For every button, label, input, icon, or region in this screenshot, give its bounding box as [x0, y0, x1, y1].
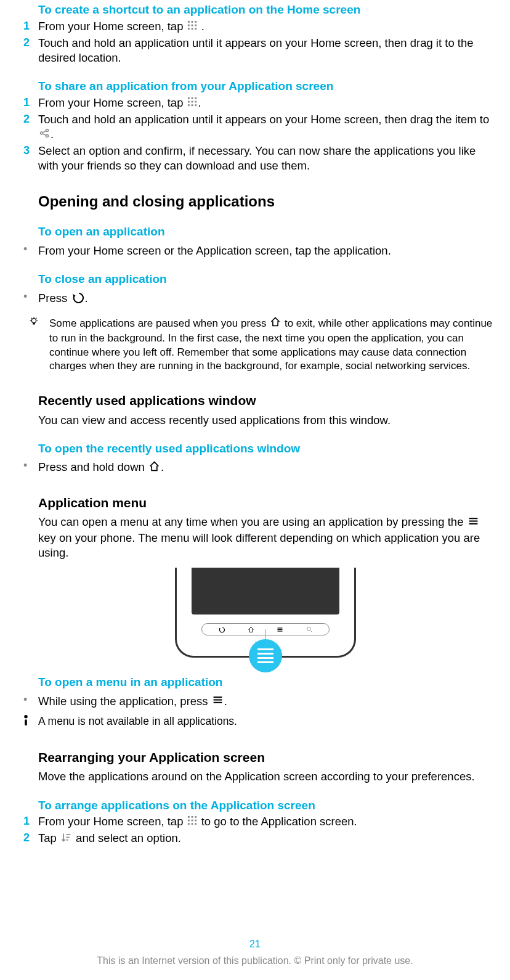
- heading-open-app: To open an application: [38, 224, 493, 240]
- back-icon: [71, 291, 84, 308]
- page-footer: 21 This is an Internet version of this p…: [0, 938, 510, 968]
- sort-icon: [60, 831, 72, 847]
- text: and select an option.: [76, 831, 181, 844]
- step-number: 2: [23, 112, 38, 142]
- text: From your Home screen, tap: [38, 815, 187, 828]
- text: .: [201, 20, 204, 33]
- step: 3 Select an option and confirm, if neces…: [38, 144, 493, 173]
- step: 2 Touch and hold an application until it…: [38, 36, 493, 65]
- step-number: 3: [23, 144, 38, 173]
- home-icon: [270, 316, 281, 332]
- text: Press and hold down: [38, 460, 148, 473]
- note: A menu is not available in all applicati…: [38, 714, 493, 730]
- text: From your Home screen, tap: [38, 96, 187, 109]
- heading-app-menu: Application menu: [38, 494, 493, 511]
- step-text: From your Home screen, tap to go to the …: [38, 814, 493, 830]
- bullet: • From your Home screen or the Applicati…: [38, 243, 493, 258]
- menu-icon: [277, 626, 283, 633]
- heading-close-app: To close an application: [38, 272, 493, 287]
- bullet-text: Press .: [38, 291, 88, 308]
- bullet-text: While using the application, press .: [38, 694, 227, 710]
- paragraph: You can view and access recently used ap…: [38, 413, 493, 428]
- bullet-dot-icon: •: [23, 694, 38, 710]
- step-number: 2: [23, 831, 38, 847]
- heading-open-recent: To open the recently used applications w…: [38, 441, 493, 457]
- text: .: [224, 695, 227, 708]
- bullet-text: From your Home screen or the Application…: [38, 243, 391, 258]
- text: Touch and hold an application until it a…: [38, 113, 489, 126]
- apps-grid-icon: [187, 815, 198, 830]
- text: You can open a menu at any time when you…: [38, 515, 467, 528]
- step: 1 From your Home screen, tap to go to th…: [38, 814, 493, 830]
- heading-recent-apps: Recently used applications window: [38, 392, 493, 409]
- bulb-icon: [28, 316, 46, 374]
- step: 2 Touch and hold an application until it…: [38, 112, 493, 142]
- heading-shortcut: To create a shortcut to an application o…: [38, 2, 493, 18]
- home-icon: [148, 460, 160, 476]
- bullet: • While using the application, press .: [38, 694, 493, 710]
- step: 2 Tap and select an option.: [38, 831, 493, 847]
- search-icon: [306, 626, 313, 633]
- text: .: [51, 128, 54, 141]
- menu-icon: [467, 515, 479, 531]
- phone-screen: [192, 568, 339, 615]
- text: While using the application, press: [38, 695, 211, 708]
- paragraph: You can open a menu at any time when you…: [38, 515, 493, 560]
- text: .: [161, 460, 164, 473]
- step-number: 1: [23, 19, 38, 35]
- share-icon: [39, 128, 50, 142]
- bullet-dot-icon: •: [23, 460, 38, 476]
- footer-text: This is an Internet version of this publ…: [0, 955, 510, 968]
- apps-grid-icon: [187, 20, 198, 35]
- step: 1 From your Home screen, tap .: [38, 96, 493, 111]
- step-text: From your Home screen, tap .: [38, 96, 493, 111]
- text: Tap: [38, 831, 60, 844]
- paragraph: Move the applications around on the Appl…: [38, 769, 493, 784]
- step-text: Select an option and confirm, if necessa…: [38, 144, 493, 173]
- step-number: 1: [23, 814, 38, 830]
- heading-open-menu: To open a menu in an application: [38, 675, 493, 690]
- step: 1 From your Home screen, tap .: [38, 19, 493, 35]
- heading-share: To share an application from your Applic…: [38, 79, 493, 94]
- heading-rearranging: Rearranging your Application screen: [38, 749, 493, 766]
- text: From your Home screen, tap: [38, 20, 187, 33]
- apps-grid-icon: [187, 96, 198, 111]
- step-text: Touch and hold an application until it a…: [38, 36, 493, 65]
- bullet-dot-icon: •: [23, 243, 38, 258]
- step-number: 2: [23, 36, 38, 65]
- heading-arrange-apps: To arrange applications on the Applicati…: [38, 798, 493, 814]
- back-icon: [218, 626, 225, 633]
- text: Press: [38, 292, 70, 304]
- phone-illustration: XPER: [38, 568, 493, 661]
- step-number: 1: [23, 96, 38, 111]
- text: key on your phone. The menu will look di…: [38, 531, 480, 559]
- menu-callout-icon: [249, 639, 282, 672]
- tip: Some applications are paused when you pr…: [38, 316, 493, 374]
- tip-text: Some applications are paused when you pr…: [46, 316, 493, 374]
- exclamation-icon: [23, 714, 38, 730]
- bullet: • Press and hold down .: [38, 460, 493, 476]
- text: to go to the Application screen.: [201, 815, 357, 828]
- bullet-dot-icon: •: [23, 291, 38, 308]
- note-text: A menu is not available in all applicati…: [38, 714, 237, 730]
- step-text: Tap and select an option.: [38, 831, 493, 847]
- menu-icon: [212, 694, 224, 709]
- text: Some applications are paused when you pr…: [49, 317, 269, 329]
- home-icon: [248, 626, 254, 633]
- bullet-text: Press and hold down .: [38, 460, 164, 476]
- heading-opening-closing: Opening and closing applications: [38, 192, 493, 211]
- text: .: [198, 96, 201, 109]
- page-number: 21: [0, 938, 510, 951]
- text: .: [84, 292, 87, 304]
- step-text: From your Home screen, tap .: [38, 19, 493, 35]
- bullet: • Press .: [38, 291, 493, 308]
- step-text: Touch and hold an application until it a…: [38, 112, 493, 142]
